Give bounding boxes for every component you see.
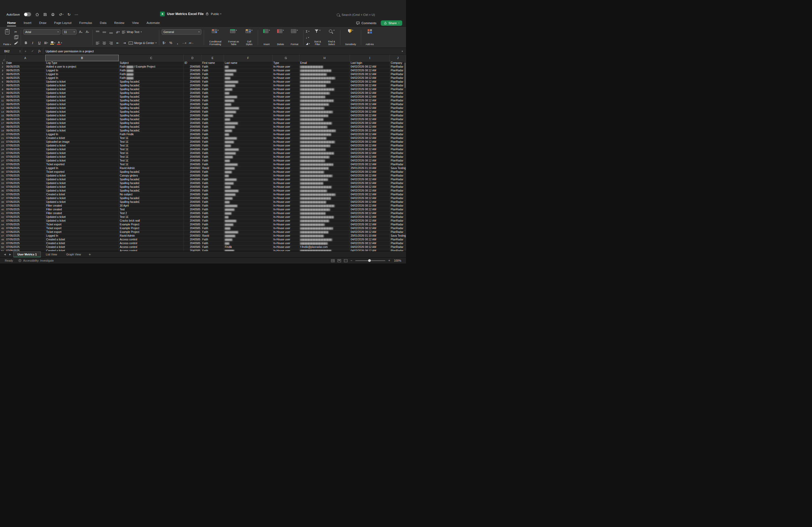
cell-H26[interactable] <box>300 155 350 159</box>
column-header-G[interactable]: G <box>273 55 300 61</box>
cell-C1[interactable]: Subject <box>119 61 184 65</box>
column-header-F[interactable]: F <box>224 55 273 61</box>
row-header-2[interactable]: 2 <box>0 65 5 69</box>
row-header-16[interactable]: 16 <box>0 118 5 122</box>
vertical-scrollbar[interactable] <box>404 61 406 251</box>
cell-C30[interactable]: Spalling facade£ <box>119 170 184 174</box>
cell-G42[interactable]: In-House user <box>273 215 300 219</box>
cell-F27[interactable] <box>224 159 273 163</box>
cell-H44[interactable] <box>300 223 350 227</box>
cell-B50[interactable]: Created a ticket <box>45 245 119 249</box>
row-header-6[interactable]: 6 <box>0 80 5 84</box>
cell-C41[interactable]: Test 2 <box>119 212 184 215</box>
cell-F26[interactable] <box>224 155 273 159</box>
cell-A16[interactable]: 06/05/2025 <box>5 118 45 122</box>
cell-H19[interactable] <box>300 129 350 133</box>
cell-D28[interactable]: 2040585 <box>184 163 201 167</box>
cell-H6[interactable] <box>300 80 350 84</box>
cell-H9[interactable] <box>300 91 350 95</box>
cell-B15[interactable]: Updated a ticket <box>45 114 119 118</box>
cell-H2[interactable] <box>300 65 350 69</box>
cell-F36[interactable] <box>224 193 273 197</box>
cell-B51[interactable]: Created a ticket <box>45 249 119 251</box>
cell-H4[interactable] <box>300 73 350 76</box>
cell-E12[interactable]: Fatih <box>201 103 224 107</box>
cell-I26[interactable]: 04/02/2026 08:12 AM <box>350 155 390 159</box>
cell-F35[interactable] <box>224 189 273 193</box>
row-header-29[interactable]: 29 <box>0 167 5 170</box>
row-header-13[interactable]: 13 <box>0 107 5 110</box>
cell-D4[interactable]: 2040585 <box>184 73 201 76</box>
row-header-44[interactable]: 44 <box>0 223 5 227</box>
sheet-tab-list-view[interactable]: List View <box>42 252 61 257</box>
cell-B29[interactable]: Logged In <box>45 167 119 170</box>
cell-J22[interactable]: PlanRadar <box>390 140 406 144</box>
cell-F8[interactable] <box>224 88 273 91</box>
cell-G5[interactable]: In-House user <box>273 76 300 80</box>
format-painter-button[interactable] <box>13 40 18 46</box>
cell-C40[interactable]: Test <box>119 208 184 212</box>
column-header-C[interactable]: C <box>119 55 184 61</box>
align-center-button[interactable] <box>102 40 107 46</box>
cell-H7[interactable] <box>300 84 350 88</box>
row-header-38[interactable]: 38 <box>0 200 5 204</box>
row-header-7[interactable]: 7 <box>0 84 5 88</box>
cell-C23[interactable]: Test 1£ <box>119 144 184 148</box>
cell-I17[interactable]: 04/02/2026 08:12 AM <box>350 122 390 125</box>
cell-J4[interactable]: PlanRadar <box>390 73 406 76</box>
increase-font-button[interactable]: A▴ <box>78 29 83 35</box>
cell-B39[interactable]: Filter created <box>45 204 119 208</box>
cell-H14[interactable] <box>300 110 350 114</box>
name-box-stepper[interactable]: ▴▾ <box>19 50 20 52</box>
cell-B3[interactable]: Logged In <box>45 69 119 73</box>
cell-C31[interactable]: Canopy girders <box>119 174 184 178</box>
cell-E29[interactable]: Ravid <box>201 167 224 170</box>
row-header-18[interactable]: 18 <box>0 125 5 129</box>
decrease-decimal-button[interactable]: .00→ <box>188 40 193 46</box>
cell-A30[interactable]: 07/05/2025 <box>5 170 45 174</box>
cell-A50[interactable]: 07/05/2025 <box>5 245 45 249</box>
cell-H38[interactable] <box>300 200 350 204</box>
cell-C38[interactable]: Spalling facade£ <box>119 200 184 204</box>
cell-H27[interactable] <box>300 159 350 163</box>
cell-G14[interactable]: In-House user <box>273 110 300 114</box>
cell-G39[interactable]: In-House user <box>273 204 300 208</box>
cell-G32[interactable]: In-House user <box>273 178 300 182</box>
cell-C3[interactable]: Fatih <box>119 69 184 73</box>
cell-E35[interactable]: Fatih <box>201 189 224 193</box>
row-header-23[interactable]: 23 <box>0 144 5 148</box>
cell-J13[interactable]: PlanRadar <box>390 107 406 110</box>
cell-D46[interactable]: 2040585 <box>184 230 201 234</box>
row-header-43[interactable]: 43 <box>0 219 5 223</box>
row-header-47[interactable]: 47 <box>0 234 5 238</box>
cell-I15[interactable]: 04/02/2026 08:12 AM <box>350 114 390 118</box>
cell-D29[interactable]: 2040583 <box>184 167 201 170</box>
cell-H3[interactable] <box>300 69 350 73</box>
cell-J2[interactable]: PlanRadar <box>390 65 406 69</box>
name-box[interactable]: B62 ▴▾ <box>2 48 22 54</box>
cell-A34[interactable]: 07/05/2025 <box>5 185 45 189</box>
zoom-out-button[interactable]: − <box>350 259 352 262</box>
cell-D32[interactable]: 2040585 <box>184 178 201 182</box>
cell-E47[interactable]: Ravid <box>201 234 224 238</box>
select-all-corner[interactable] <box>0 55 5 61</box>
row-header-11[interactable]: 11 <box>0 99 5 103</box>
cell-G37[interactable]: In-House user <box>273 197 300 200</box>
zoom-in-button[interactable]: + <box>388 259 390 262</box>
cell-A11[interactable]: 06/05/2025 <box>5 99 45 103</box>
cell-E31[interactable]: Fatih <box>201 174 224 178</box>
cell-I9[interactable]: 04/02/2026 08:12 AM <box>350 91 390 95</box>
cell-C27[interactable]: Test 1£ <box>119 159 184 163</box>
cell-G2[interactable]: In-House user <box>273 65 300 69</box>
column-header-D[interactable]: D <box>184 55 201 61</box>
cell-C49[interactable]: Access control <box>119 242 184 245</box>
cell-B34[interactable]: Updated a ticket <box>45 185 119 189</box>
enter-icon[interactable]: ✓ <box>29 49 36 53</box>
cell-B13[interactable]: Updated a ticket <box>45 107 119 110</box>
cell-G11[interactable]: In-House user <box>273 99 300 103</box>
cell-I7[interactable]: 04/02/2026 08:12 AM <box>350 84 390 88</box>
format-as-table-button[interactable]: ▾ Format as Table <box>226 28 242 46</box>
cell-C24[interactable]: Test 1£ <box>119 148 184 152</box>
cell-I2[interactable]: 04/02/2026 08:12 AM <box>350 65 390 69</box>
cell-A41[interactable]: 07/05/2025 <box>5 212 45 215</box>
